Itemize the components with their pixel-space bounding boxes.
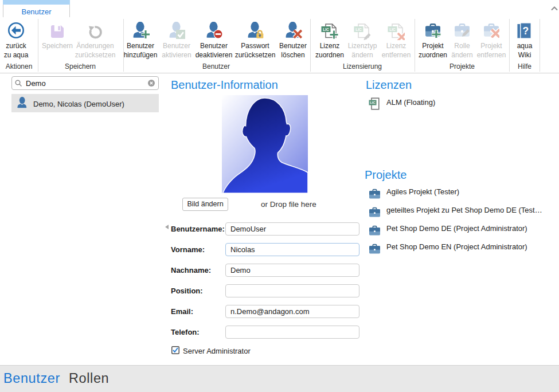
- svg-text:?: ?: [522, 25, 529, 37]
- svg-text:LIC: LIC: [355, 28, 362, 32]
- svg-text:LIC: LIC: [323, 28, 329, 32]
- svg-text:LIC: LIC: [370, 101, 376, 104]
- svg-text:LIC: LIC: [389, 28, 396, 32]
